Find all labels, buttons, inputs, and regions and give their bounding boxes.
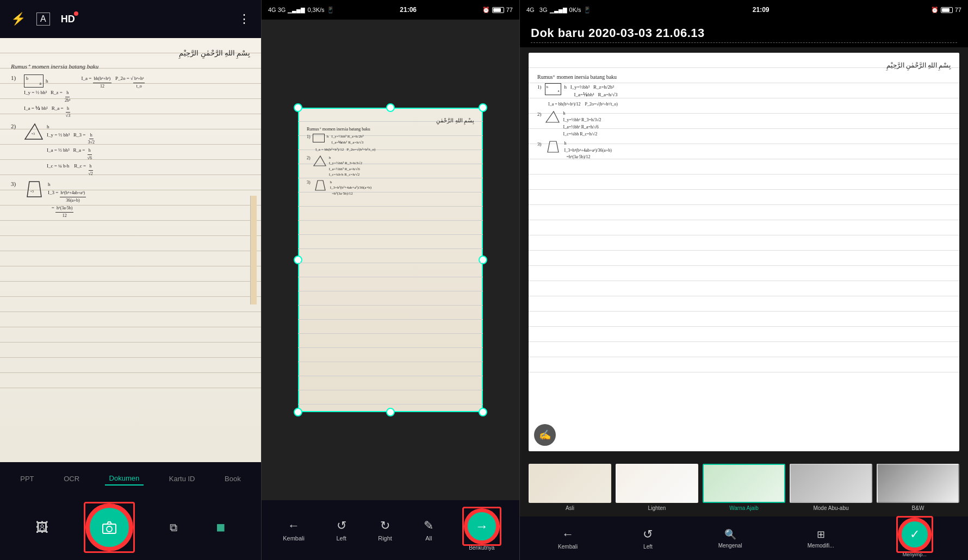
rotate-left-icon: ↺ — [337, 519, 346, 533]
ocr-icon: 🔍 — [724, 528, 736, 540]
status-right-2: ⏰ 77 — [482, 7, 513, 14]
math-row-1: 1) b a h I_y = ½ bh³ R_z = h2b³ I_a = ⅓ … — [11, 74, 250, 120]
preview-subtitle: Rumus⁺ momen inersia batang baku — [537, 74, 951, 80]
capture-button[interactable] — [88, 506, 131, 549]
svg-text:•3: •3 — [30, 189, 34, 194]
math-row-3: 3) •3 h I_3 = h³(b²+4ab+a²)36(a+b) = h³(… — [11, 181, 250, 220]
filter-panel: 4G 3G ▁▃▅▇ 0K/s 📱 21:09 ⏰ 77 Dok baru 20… — [520, 0, 968, 560]
btn-kembali-label: Kembali — [283, 535, 305, 542]
btn-kembali-3-label: Kembali — [558, 544, 578, 550]
btn-all[interactable]: ✎ All — [424, 519, 433, 542]
battery-percent-3: 77 — [955, 7, 961, 13]
hd-badge[interactable]: HD — [61, 14, 75, 25]
camera-panel: ⚡ A HD ⋮ بِ — [0, 0, 261, 560]
filter-abu-abu[interactable]: Mode Abu-abu — [790, 464, 872, 511]
rotate-left-icon-3: ↺ — [643, 527, 653, 542]
text-recognition-icon[interactable]: A — [36, 13, 50, 26]
gallery-icon[interactable]: 🖼 — [36, 520, 49, 535]
btn-left-3-label: Left — [643, 544, 653, 550]
back-icon-3: ← — [562, 527, 574, 542]
scan-notebook-content: بِسْمِ اللهِ الرَّحْمٰنِ Rumus⁺ momen in… — [298, 108, 483, 208]
toolbar-left: ⚡ A HD — [11, 12, 75, 26]
filter-bw[interactable]: B&W — [877, 464, 959, 511]
filter-warna-ajaib[interactable]: Warna Ajaib — [703, 464, 785, 511]
math-title: Rumus⁺ momen inersia batang baku — [11, 63, 250, 70]
filter-asli[interactable]: Asli — [529, 464, 611, 511]
btn-rotate-left[interactable]: ↺ Left — [336, 519, 346, 542]
crop-bottom-bar: ← Kembali ↺ Left ↻ Right ✎ All → Berikut… — [262, 500, 519, 560]
btn-left-label: Left — [336, 535, 346, 542]
scan-document: بِسْمِ اللهِ الرَّحْمٰنِ Rumus⁺ momen in… — [298, 108, 483, 412]
battery-percent: 77 — [506, 7, 513, 13]
scan-crop-area: بِسْمِ اللهِ الرَّحْمٰنِ Rumus⁺ momen in… — [262, 20, 519, 500]
signal-4g-3: 4G 3G — [526, 7, 548, 13]
crop-panel: 4G 3G ▁▃▅▇ 0,3K/s 📱 21:06 ⏰ 77 — [261, 0, 520, 560]
next-btn-wrap: → Berikutnya — [466, 510, 498, 551]
time-3: 21:09 — [753, 6, 770, 14]
pencil-icon: ✍ — [539, 429, 551, 441]
btn-save[interactable]: ✓ — [899, 519, 930, 550]
color-square-icon[interactable]: ■ — [216, 519, 225, 536]
notification-icon-3: 📱 — [584, 7, 591, 14]
tab-dokumen[interactable]: Dokumen — [105, 472, 144, 486]
data-speed-3: 0K/s — [569, 7, 581, 13]
filter-bottom-bar: ← Kembali ↺ Left 🔍 Mengenal ⊞ Memodifi..… — [520, 517, 968, 560]
doc-title-underline — [531, 42, 957, 43]
preview-arabic: بِسْمِ اللهِ الرَّحْمٰنِ الرَّحِيْمِ — [537, 61, 951, 70]
btn-save-label: Menyimp... — [899, 552, 930, 557]
filter-lighten[interactable]: Lighten — [616, 464, 698, 511]
statusbar-2: 4G 3G ▁▃▅▇ 0,3K/s 📱 21:06 ⏰ 77 — [262, 0, 519, 20]
btn-rotate-right[interactable]: ↻ Right — [378, 519, 392, 542]
doc-title: Dok baru 2020-03-03 21.06.13 — [531, 26, 957, 40]
svg-point-5 — [107, 526, 112, 532]
border-scan-icon[interactable]: ⧉ — [170, 521, 177, 534]
btn-modify[interactable]: ⊞ Memodifi... — [808, 528, 834, 549]
btn-berikutnya[interactable]: → — [466, 510, 498, 543]
btn-kembali-3[interactable]: ← Kembali — [558, 527, 578, 550]
status-left-2: 4G 3G ▁▃▅▇ 0,3K/s 📱 — [268, 7, 334, 14]
more-options-icon[interactable]: ⋮ — [238, 12, 250, 26]
svg-marker-6 — [314, 156, 326, 166]
filter-abu-thumb — [790, 464, 872, 503]
notebook-content: بِسْمِ اللهِ الرَّحْمٰنِ الرَّحِيْمِ Rum… — [11, 49, 250, 220]
filter-warna-label: Warna Ajaib — [729, 505, 759, 511]
btn-modify-label: Memodifi... — [808, 543, 834, 549]
rotate-right-icon: ↻ — [380, 519, 390, 533]
tab-kartu-id[interactable]: Kartu ID — [165, 472, 200, 485]
doc-preview: بِسْمِ اللهِ الرَّحْمٰنِ الرَّحِيْمِ Rum… — [529, 53, 959, 451]
filter-lighten-thumb — [616, 464, 698, 503]
camera-viewfinder: بِسْمِ اللهِ الرَّحْمٰنِ الرَّحِيْمِ Rum… — [0, 38, 261, 462]
btn-ocr[interactable]: 🔍 Mengenal — [718, 528, 742, 549]
tab-book[interactable]: Book — [220, 472, 245, 485]
edit-overlay-btn[interactable]: ✍ — [534, 424, 556, 446]
math-row-2: 2) •3 h I_y = ½ bh³ R_3 = h3√2 I_a = ½ b… — [11, 123, 250, 177]
alarm-icon: ⏰ — [482, 7, 490, 14]
filter-lighten-label: Lighten — [648, 505, 666, 511]
svg-marker-8 — [546, 111, 559, 122]
edit-all-icon: ✎ — [424, 519, 433, 533]
btn-ocr-label: Mengenal — [718, 543, 742, 549]
btn-kembali[interactable]: ← Kembali — [283, 519, 305, 542]
scan-arabic: بِسْمِ اللهِ الرَّحْمٰنِ — [307, 117, 474, 123]
svg-text:•3: •3 — [32, 132, 35, 136]
camera-toolbar: ⚡ A HD ⋮ — [0, 0, 261, 38]
filter-bw-label: B&W — [912, 505, 924, 511]
modify-icon: ⊞ — [817, 528, 825, 540]
preview-content: بِسْمِ اللهِ الرَّحْمٰنِ الرَّحِيْمِ Rum… — [529, 53, 959, 172]
filter-options-row: Asli Lighten Warna Ajaib Mode Abu-abu B&… — [529, 457, 959, 511]
tab-ppt[interactable]: PPT — [16, 472, 38, 485]
flash-icon[interactable]: ⚡ — [11, 12, 26, 26]
checkmark-icon: ✓ — [910, 527, 920, 542]
tab-ocr[interactable]: OCR — [59, 472, 84, 485]
next-icon: → — [475, 519, 488, 534]
filter-abu-label: Mode Abu-abu — [813, 505, 848, 511]
btn-rotate-left-3[interactable]: ↺ Left — [643, 527, 653, 550]
filter-bw-thumb — [877, 464, 959, 503]
notification-icon: 📱 — [327, 7, 334, 14]
status-left-3: 4G 3G ▁▃▅▇ 0K/s 📱 — [526, 7, 591, 14]
svg-marker-7 — [315, 181, 325, 190]
btn-right-label: Right — [378, 535, 392, 542]
signal-bars-3: ▁▃▅▇ — [550, 7, 567, 13]
capture-button-wrap — [88, 506, 131, 549]
svg-marker-2 — [27, 182, 41, 197]
